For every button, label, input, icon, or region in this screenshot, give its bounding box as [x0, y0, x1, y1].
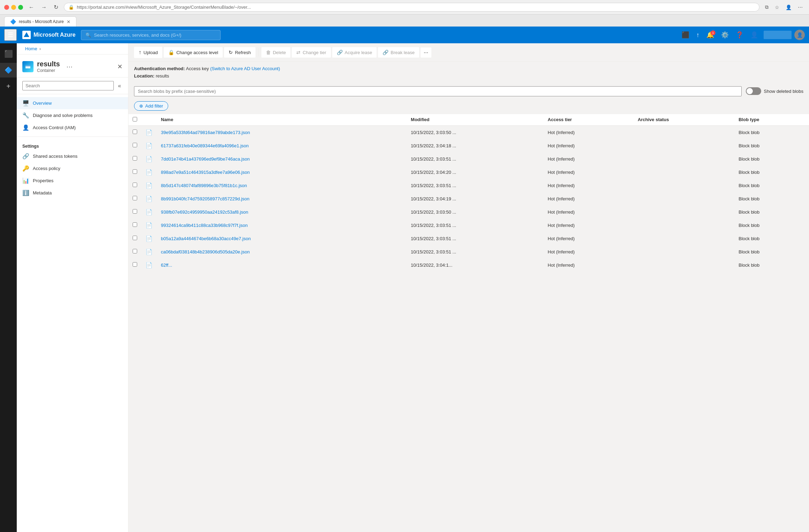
active-tab[interactable]: 🔷 results - Microsoft Azure ✕: [4, 16, 76, 27]
svg-marker-0: [24, 32, 29, 37]
row-checkbox[interactable]: [133, 222, 137, 227]
tab-close-button[interactable]: ✕: [67, 19, 70, 24]
back-button[interactable]: ←: [27, 3, 36, 11]
azure-search-input[interactable]: [94, 32, 216, 38]
nav-item-metadata[interactable]: ℹ️ Metadata: [17, 187, 128, 199]
settings-icon[interactable]: ⚙️: [718, 29, 732, 41]
change-tier-button[interactable]: ⇄ Change tier: [292, 47, 331, 58]
row-checkbox[interactable]: [133, 156, 137, 161]
blob-name-link[interactable]: b05a12a9a4464674be6b68a30acc49e7.json: [161, 236, 251, 241]
reload-button[interactable]: ↻: [52, 3, 60, 11]
row-checkbox[interactable]: [133, 209, 137, 214]
change-access-button[interactable]: 🔒 Change access level: [164, 47, 223, 58]
blob-search-input[interactable]: [134, 86, 742, 96]
fullscreen-traffic-light[interactable]: [18, 5, 23, 10]
azure-home-icon[interactable]: 🔷: [0, 63, 17, 77]
nav-item-properties[interactable]: 📊 Properties: [17, 175, 128, 187]
file-icon-cell: 📄: [141, 192, 157, 205]
blade-search-input[interactable]: [22, 81, 114, 90]
row-checkbox-cell: [128, 232, 141, 245]
blob-name-link[interactable]: 99324614ca9b411c88ca33b968c97f7f.json: [161, 223, 248, 228]
blob-name-link[interactable]: 898ad7e9a51c4643915a3dfee7a96e06.json: [161, 170, 250, 175]
show-deleted-toggle[interactable]: [746, 87, 761, 95]
nav-item-shared-tokens[interactable]: 🔗 Shared access tokens: [17, 150, 128, 162]
blob-name-link[interactable]: 7dd01e74b41a437696ed9ef9be746aca.json: [161, 156, 250, 162]
blob-name-cell: 8b5d147c48074faf89896e3b75f81b1c.json: [157, 179, 407, 192]
row-checkbox[interactable]: [133, 262, 137, 267]
table-row: 📄 ca06bdaf038148b4b238906d505da20e.json …: [128, 245, 809, 258]
nav-properties-label: Properties: [33, 178, 53, 183]
row-checkbox[interactable]: [133, 249, 137, 253]
row-checkbox[interactable]: [133, 236, 137, 240]
acquire-lease-button[interactable]: 🔗 Acquire lease: [332, 47, 377, 58]
delete-button[interactable]: 🗑 Delete: [261, 47, 291, 58]
blob-name-link[interactable]: ca06bdaf038148b4b238906d505da20e.json: [161, 249, 250, 254]
blade-close-button[interactable]: ✕: [117, 63, 123, 71]
azure-logo-text: Microsoft Azure: [34, 32, 75, 38]
more-actions-button[interactable]: ⋯: [421, 47, 431, 58]
profile-button[interactable]: 👤: [784, 3, 794, 11]
blob-type-cell: Block blob: [734, 126, 809, 139]
blob-name-link[interactable]: 8b991b040fc74d7592058977c857229d.json: [161, 196, 250, 201]
table-row: 📄 8b5d147c48074faf89896e3b75f81b1c.json …: [128, 179, 809, 192]
blade-more-button[interactable]: ⋯: [66, 63, 73, 71]
row-checkbox[interactable]: [133, 169, 137, 174]
browser-actions: ⧉ ☆ 👤 ⋯: [763, 3, 805, 11]
add-resource-icon[interactable]: +: [0, 79, 17, 94]
favorites-button[interactable]: ☆: [773, 3, 781, 11]
switch-auth-link[interactable]: (Switch to Azure AD User Account): [210, 66, 280, 71]
blade-title: results: [37, 60, 60, 68]
blob-modified-cell: 10/15/2022, 3:04:19 ...: [407, 192, 543, 205]
blob-name-link[interactable]: 61737a631feb40e089344e69fa4096e1.json: [161, 143, 249, 148]
extensions-button[interactable]: ⧉: [763, 3, 771, 11]
row-checkbox[interactable]: [133, 196, 137, 200]
home-breadcrumb[interactable]: Home: [25, 46, 37, 51]
row-checkbox[interactable]: [133, 143, 137, 147]
row-checkbox[interactable]: [133, 130, 137, 134]
user-avatar[interactable]: 👤: [794, 30, 805, 40]
forward-button[interactable]: →: [39, 3, 49, 11]
nav-item-access-policy[interactable]: 🔑 Access policy: [17, 162, 128, 175]
blob-type-cell: Block blob: [734, 192, 809, 205]
upload-icon[interactable]: ↑: [693, 29, 702, 41]
url-bar[interactable]: 🔒 https://portal.azure.com/#view/Microso…: [64, 3, 759, 12]
notifications-icon[interactable]: 🔔 1: [704, 29, 717, 41]
upload-button[interactable]: ↑ Upload: [134, 47, 162, 58]
nav-item-iam[interactable]: 👤 Access Control (IAM): [17, 121, 128, 134]
app-body: ⬛ 🔷 + Home › results Container: [0, 43, 809, 532]
row-checkbox[interactable]: [133, 183, 137, 187]
minimize-traffic-light[interactable]: [11, 5, 16, 10]
cloud-shell-icon[interactable]: ⬛: [679, 29, 692, 41]
feedback-icon[interactable]: 👤: [748, 29, 761, 41]
close-traffic-light[interactable]: [4, 5, 9, 10]
hamburger-menu-button[interactable]: ☰: [4, 29, 17, 41]
blob-type-cell: Block blob: [734, 205, 809, 219]
nav-item-overview[interactable]: 🖥️ Overview: [17, 97, 128, 109]
blob-name-link[interactable]: 62ff...: [161, 263, 172, 268]
portal-menu-icon[interactable]: ⬛: [0, 46, 17, 61]
nav-item-diagnose[interactable]: 🔧 Diagnose and solve problems: [17, 109, 128, 121]
account-name[interactable]: [764, 31, 792, 39]
refresh-button[interactable]: ↻ Refresh: [224, 47, 255, 58]
name-column-header: Name: [157, 114, 407, 126]
acquire-lease-icon: 🔗: [337, 50, 343, 55]
help-icon[interactable]: ❓: [733, 29, 746, 41]
blade-icon: [22, 61, 34, 72]
icon-column-header: [141, 114, 157, 126]
row-checkbox-cell: [128, 219, 141, 232]
blob-modified-cell: 10/15/2022, 3:04:1...: [407, 258, 543, 272]
azure-global-search[interactable]: 🔍: [81, 30, 221, 40]
break-lease-button[interactable]: 🔗 Break lease: [378, 47, 419, 58]
blob-name-link[interactable]: 938fb07e692c4959950aa24192c53af8.json: [161, 209, 248, 215]
search-icon: 🔍: [86, 32, 91, 38]
blob-archive-status-cell: [633, 232, 734, 245]
blob-name-link[interactable]: 39e95a533fd64ad79816ae789abde173.json: [161, 130, 250, 135]
acquire-lease-label: Acquire lease: [345, 50, 372, 55]
more-button[interactable]: ⋯: [796, 3, 805, 11]
modified-column-header: Modified: [407, 114, 543, 126]
collapse-button[interactable]: «: [117, 81, 123, 90]
add-filter-button[interactable]: ⊕ Add filter: [134, 101, 168, 111]
select-all-checkbox[interactable]: [133, 117, 137, 121]
row-checkbox-cell: [128, 165, 141, 179]
blob-name-link[interactable]: 8b5d147c48074faf89896e3b75f81b1c.json: [161, 183, 247, 188]
